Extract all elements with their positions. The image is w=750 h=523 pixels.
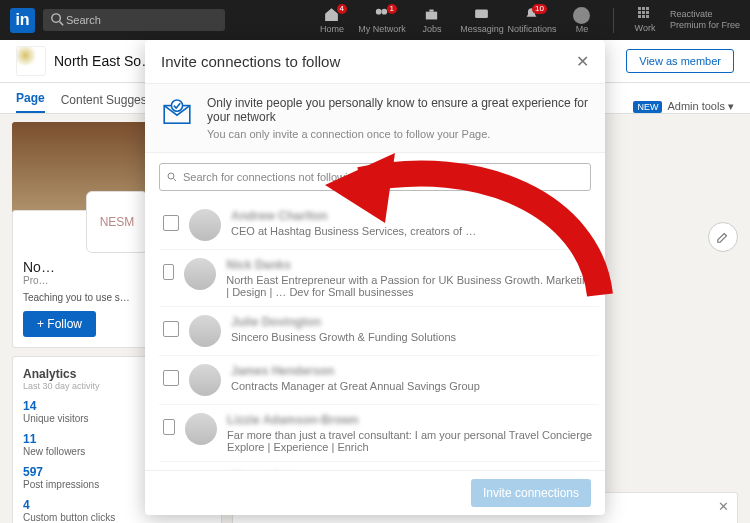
person-headline: North East Entrepreneur with a Passion f… bbox=[226, 274, 595, 298]
checkbox[interactable] bbox=[163, 215, 179, 231]
checkbox[interactable] bbox=[163, 321, 179, 337]
invite-modal: Invite connections to follow ✕ Only invi… bbox=[145, 40, 605, 515]
person-headline: Sincero Business Growth & Funding Soluti… bbox=[231, 331, 456, 343]
connection-row: Nick DanksNorth East Entrepreneur with a… bbox=[159, 250, 599, 307]
connection-list[interactable]: Andrew CharltonCEO at Hashtag Business S… bbox=[145, 201, 605, 470]
banner-primary: Only invite people you personally know t… bbox=[207, 96, 589, 124]
envelope-check-icon bbox=[161, 96, 193, 128]
person-name: Lizzie Adamson-Brown bbox=[227, 413, 595, 427]
person-headline: Far more than just a travel consultant: … bbox=[227, 429, 595, 453]
connection-row: Andrew CharltonCEO at Hashtag Business S… bbox=[159, 201, 599, 250]
search-placeholder: Search for connections not following you… bbox=[183, 171, 413, 183]
avatar bbox=[184, 258, 216, 290]
checkbox[interactable] bbox=[163, 419, 175, 435]
svg-point-8 bbox=[171, 100, 182, 111]
modal-overlay: Invite connections to follow ✕ Only invi… bbox=[0, 0, 750, 523]
person-name: Nick Danks bbox=[226, 258, 595, 272]
checkbox[interactable] bbox=[163, 370, 179, 386]
modal-banner: Only invite people you personally know t… bbox=[145, 84, 605, 153]
invite-connections-button[interactable]: Invite connections bbox=[471, 479, 591, 507]
person-name: Andrew Charlton bbox=[231, 209, 476, 223]
svg-point-9 bbox=[168, 173, 174, 179]
checkbox[interactable] bbox=[163, 264, 174, 280]
avatar bbox=[189, 315, 221, 347]
close-icon[interactable]: ✕ bbox=[576, 52, 589, 71]
avatar bbox=[185, 413, 217, 445]
connection-row: Lizzie Adamson-BrownFar more than just a… bbox=[159, 405, 599, 462]
person-headline: Contracts Manager at Great Annual Saving… bbox=[231, 380, 480, 392]
person-name: Julie Dovington bbox=[231, 315, 456, 329]
banner-secondary: You can only invite a connection once to… bbox=[207, 128, 589, 140]
person-headline: CEO at Hashtag Business Services, creato… bbox=[231, 225, 476, 237]
person-name: James Henderson bbox=[231, 364, 480, 378]
modal-title: Invite connections to follow bbox=[161, 53, 340, 70]
connection-row: Julie DovingtonSincero Business Growth &… bbox=[159, 307, 599, 356]
avatar bbox=[189, 364, 221, 396]
connection-search[interactable]: Search for connections not following you… bbox=[159, 163, 591, 191]
avatar bbox=[189, 209, 221, 241]
connection-row: Cheryl GrayHelping companies grow via ma… bbox=[159, 462, 599, 470]
search-icon bbox=[166, 171, 178, 183]
connection-row: James HendersonContracts Manager at Grea… bbox=[159, 356, 599, 405]
svg-line-10 bbox=[174, 179, 177, 182]
